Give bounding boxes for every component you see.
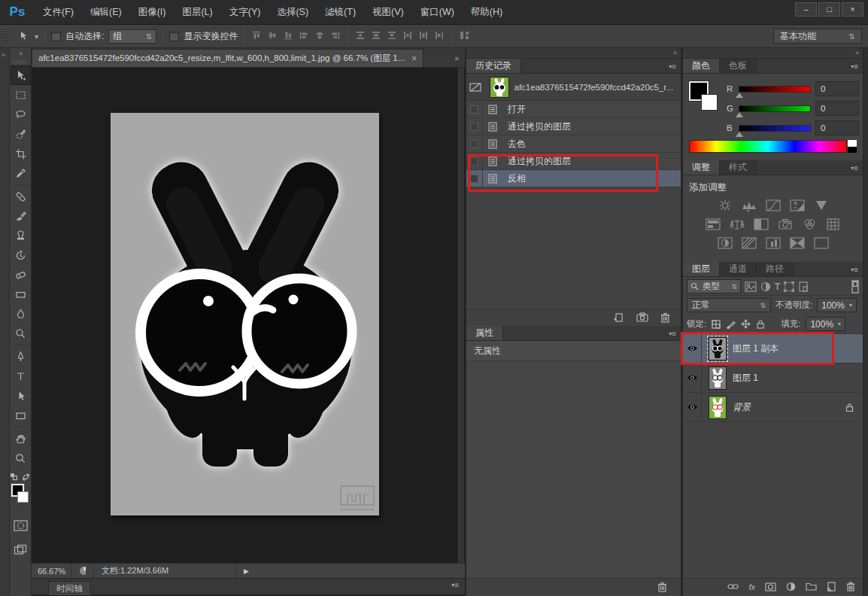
- menu-image[interactable]: 图像(I): [130, 0, 175, 24]
- eyedropper-tool[interactable]: [11, 163, 31, 183]
- status-menu-arrow-icon[interactable]: ▶: [236, 564, 256, 578]
- green-slider[interactable]: [739, 105, 811, 112]
- spectrum-white-black[interactable]: [848, 140, 857, 153]
- expand-dock-icon[interactable]: »: [0, 48, 9, 59]
- layers-menu-icon[interactable]: ▾≡: [851, 266, 858, 274]
- distribute-right-edges-icon[interactable]: [434, 30, 445, 43]
- layer-name[interactable]: 图层 1: [733, 372, 758, 385]
- maximize-button[interactable]: □: [818, 2, 840, 17]
- auto-align-layers-icon[interactable]: [459, 30, 471, 43]
- hue-saturation-icon[interactable]: [704, 217, 721, 230]
- align-left-edges-icon[interactable]: [299, 30, 309, 43]
- eraser-tool[interactable]: [11, 265, 31, 284]
- adjustments-menu-icon[interactable]: ▾≡: [851, 164, 858, 172]
- pen-tool[interactable]: [11, 347, 31, 366]
- history-brush-source-icon[interactable]: [469, 82, 484, 93]
- history-step-invert[interactable]: 反相: [466, 170, 681, 187]
- menu-file[interactable]: 文件(F): [35, 0, 82, 24]
- filter-toggle-switch[interactable]: [851, 280, 859, 293]
- layer-name[interactable]: 背景: [733, 401, 751, 414]
- vibrance-icon[interactable]: [812, 199, 830, 211]
- menu-edit[interactable]: 编辑(E): [82, 0, 130, 24]
- brush-tool[interactable]: [11, 206, 31, 226]
- new-layer-icon[interactable]: [827, 582, 836, 591]
- document-tab[interactable]: afc1ea8376515472fe590fccd42a20c5_resize,…: [32, 49, 423, 67]
- path-selection-tool[interactable]: [11, 386, 31, 406]
- layer-thumbnail[interactable]: [709, 396, 727, 419]
- history-step-layer-via-copy-2[interactable]: 通过拷贝的图层: [466, 153, 681, 170]
- posterize-icon[interactable]: [740, 236, 757, 249]
- exposure-icon[interactable]: [788, 199, 806, 211]
- tab-layers[interactable]: 图层: [683, 262, 720, 276]
- pasteboard[interactable]: [32, 68, 465, 563]
- blend-mode-dropdown[interactable]: 正常 ⇅: [687, 298, 771, 312]
- align-top-edges-icon[interactable]: [251, 30, 262, 43]
- tab-overflow-icon[interactable]: »: [448, 54, 465, 67]
- channel-mixer-icon[interactable]: [800, 217, 818, 230]
- properties-menu-icon[interactable]: ▾≡: [669, 330, 676, 338]
- marquee-tool[interactable]: [11, 85, 31, 105]
- menu-window[interactable]: 窗口(W): [412, 0, 463, 24]
- link-layers-icon[interactable]: [727, 583, 739, 590]
- layer-style-icon[interactable]: fx: [748, 582, 755, 591]
- color-balance-icon[interactable]: [728, 217, 745, 230]
- visibility-toggle[interactable]: [683, 393, 702, 421]
- menu-filter[interactable]: 滤镜(T): [317, 0, 364, 24]
- add-layer-mask-icon[interactable]: [765, 582, 776, 591]
- selective-color-icon[interactable]: [812, 236, 830, 249]
- layer-name[interactable]: 图层 1 副本: [733, 342, 778, 355]
- background-color-swatch[interactable]: [701, 94, 718, 111]
- new-group-icon[interactable]: [806, 582, 817, 591]
- menu-help[interactable]: 帮助(H): [463, 0, 511, 24]
- red-slider-thumb[interactable]: [736, 93, 743, 98]
- quick-mask-button[interactable]: [11, 515, 31, 535]
- blue-slider-thumb[interactable]: [736, 132, 743, 137]
- green-slider-thumb[interactable]: [736, 112, 743, 117]
- move-tool-preset-icon[interactable]: [18, 30, 30, 42]
- distribute-left-edges-icon[interactable]: [402, 30, 413, 43]
- swap-colors-icon[interactable]: [22, 473, 31, 481]
- lock-transparency-icon[interactable]: [712, 320, 721, 329]
- move-tool[interactable]: [11, 65, 31, 85]
- history-snapshot-row[interactable]: afc1ea8376515472fe590fccd42a20c5_r...: [466, 74, 681, 101]
- document-size-status[interactable]: 文档:1.22M/3.66M: [93, 564, 236, 578]
- blue-slider[interactable]: [739, 125, 811, 132]
- tab-styles[interactable]: 样式: [720, 160, 757, 175]
- layer-thumbnail[interactable]: [709, 337, 727, 360]
- color-spectrum-ramp[interactable]: [689, 140, 847, 153]
- gradient-map-icon[interactable]: [788, 236, 806, 249]
- blur-tool[interactable]: [11, 304, 31, 324]
- clone-stamp-tool[interactable]: [11, 226, 31, 245]
- delete-properties-icon[interactable]: [657, 582, 667, 592]
- new-adjustment-layer-icon[interactable]: [786, 582, 796, 591]
- layer-thumbnail[interactable]: [709, 366, 727, 390]
- canvas[interactable]: [111, 113, 379, 515]
- menu-view[interactable]: 视图(V): [364, 0, 412, 24]
- tab-swatches[interactable]: 色板: [720, 59, 757, 73]
- filter-type-dropdown[interactable]: 类型 ⇅: [687, 279, 741, 293]
- distribute-horizontal-centers-icon[interactable]: [418, 30, 429, 43]
- tab-properties[interactable]: 属性: [466, 326, 503, 340]
- vertical-scrollbar[interactable]: [457, 68, 464, 563]
- blue-value-field[interactable]: 0: [815, 120, 859, 135]
- black-white-icon[interactable]: [752, 217, 769, 230]
- align-bottom-edges-icon[interactable]: [283, 30, 293, 43]
- distribute-bottom-edges-icon[interactable]: [387, 30, 397, 43]
- close-button[interactable]: ×: [842, 2, 863, 17]
- filter-type-layers-icon[interactable]: T: [775, 281, 780, 292]
- history-source-checkbox[interactable]: [470, 175, 478, 183]
- zoom-level-field[interactable]: 66.67%: [32, 567, 71, 576]
- photo-filter-icon[interactable]: [776, 217, 794, 230]
- tab-history[interactable]: 历史记录: [466, 59, 521, 73]
- align-vertical-centers-icon[interactable]: [267, 30, 278, 43]
- history-source-checkbox[interactable]: [470, 140, 478, 148]
- new-snapshot-icon[interactable]: [636, 312, 648, 322]
- screen-mode-button[interactable]: [11, 540, 31, 559]
- history-step-desaturate[interactable]: 去色: [466, 135, 681, 153]
- red-slider[interactable]: [739, 86, 811, 93]
- document-tab-close-icon[interactable]: ×: [411, 53, 417, 64]
- menu-layer[interactable]: 图层(L): [174, 0, 220, 24]
- default-colors-icon[interactable]: [10, 473, 18, 481]
- quick-selection-tool[interactable]: [11, 124, 31, 144]
- distribute-vertical-centers-icon[interactable]: [371, 30, 381, 43]
